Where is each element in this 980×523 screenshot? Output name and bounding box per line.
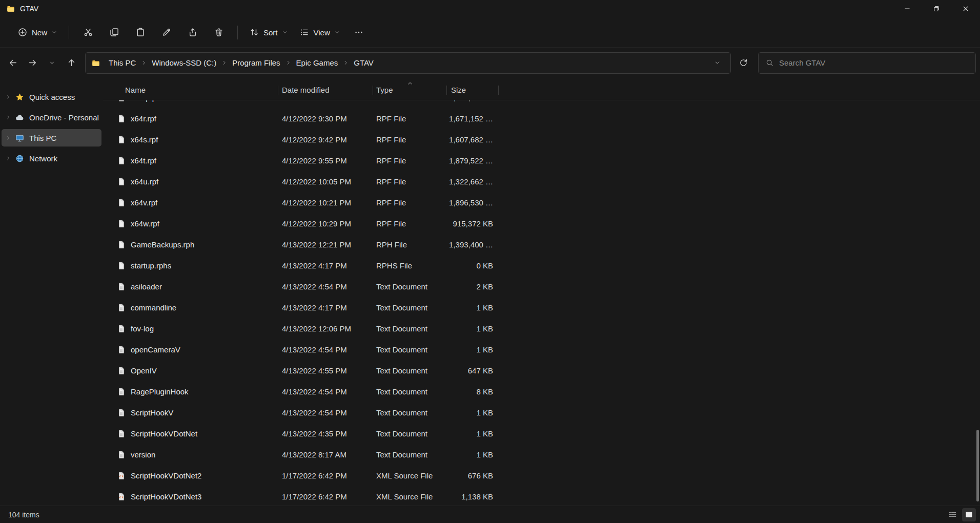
window-title: GTAV bbox=[20, 5, 38, 13]
recent-locations-button[interactable] bbox=[42, 53, 62, 73]
file-size: 2,757,436 … bbox=[447, 100, 499, 102]
view-button[interactable]: View bbox=[294, 22, 345, 43]
breadcrumb-item[interactable]: Program Files bbox=[228, 56, 284, 70]
table-row[interactable]: x64t.rpf4/12/2022 9:55 PMRPF File1,879,5… bbox=[103, 150, 980, 171]
table-row[interactable]: asiloader4/13/2022 4:54 PMText Document2… bbox=[103, 276, 980, 297]
file-size: 1,671,152 … bbox=[447, 114, 499, 123]
chevron-right-icon[interactable] bbox=[6, 156, 11, 161]
table-row[interactable]: x64w.rpf4/12/2022 10:29 PMRPF File915,37… bbox=[103, 213, 980, 234]
file-name: x64q.rpf bbox=[131, 100, 158, 102]
details-view-button[interactable] bbox=[946, 508, 959, 521]
file-type: Text Document bbox=[373, 366, 447, 375]
delete-button[interactable] bbox=[206, 22, 231, 43]
content-pane: Name Date modified Type Size x64q.rpf4/1… bbox=[103, 80, 980, 506]
file-date-modified: 4/12/2022 9:17 PM bbox=[278, 100, 373, 102]
file-name: x64r.rpf bbox=[131, 114, 156, 123]
new-button[interactable]: New bbox=[12, 22, 63, 43]
file-name: openCameraV bbox=[131, 345, 180, 354]
more-options-button[interactable] bbox=[346, 22, 372, 43]
breadcrumb-item[interactable]: GTAV bbox=[349, 56, 378, 70]
address-dropdown-button[interactable] bbox=[710, 56, 724, 70]
table-row[interactable]: version4/13/2022 8:17 AMText Document1 K… bbox=[103, 444, 980, 465]
chevron-down-icon bbox=[52, 30, 57, 35]
file-type: RPF File bbox=[373, 177, 447, 186]
table-row[interactable]: x64q.rpf4/12/2022 9:17 PMRPF File2,757,4… bbox=[103, 100, 980, 108]
table-row[interactable]: OpenIV4/13/2022 4:55 PMText Document647 … bbox=[103, 360, 980, 381]
share-button[interactable] bbox=[180, 22, 205, 43]
file-date-modified: 4/13/2022 4:17 PM bbox=[278, 303, 373, 312]
more-options-icon bbox=[354, 28, 363, 37]
table-row[interactable]: x64s.rpf4/12/2022 9:42 PMRPF File1,607,6… bbox=[103, 129, 980, 150]
table-row[interactable]: openCameraV4/13/2022 4:54 PMText Documen… bbox=[103, 339, 980, 360]
search-box bbox=[758, 52, 976, 74]
file-size: 8 KB bbox=[447, 387, 499, 396]
file-date-modified: 4/13/2022 12:06 PM bbox=[278, 324, 373, 333]
file-date-modified: 4/12/2022 9:42 PM bbox=[278, 135, 373, 144]
rename-button[interactable] bbox=[154, 22, 179, 43]
file-size: 1,138 KB bbox=[447, 492, 499, 501]
breadcrumb-item[interactable]: This PC bbox=[104, 56, 140, 70]
table-row[interactable]: commandline4/13/2022 4:17 PMText Documen… bbox=[103, 297, 980, 318]
file-name: GameBackups.rph bbox=[131, 240, 194, 249]
column-header-date-modified[interactable]: Date modified bbox=[278, 80, 373, 100]
paste-button[interactable] bbox=[128, 22, 153, 43]
sidebar-item-network[interactable]: Network bbox=[2, 150, 101, 167]
column-header-name[interactable]: Name bbox=[103, 80, 278, 100]
maximize-restore-button[interactable] bbox=[922, 0, 951, 17]
copy-button[interactable] bbox=[101, 22, 127, 43]
sort-button[interactable]: Sort bbox=[244, 22, 293, 43]
cut-button[interactable] bbox=[75, 22, 100, 43]
thumbnail-view-button[interactable] bbox=[962, 508, 976, 521]
text-file-icon bbox=[117, 429, 126, 438]
breadcrumb-item[interactable]: Epic Games bbox=[292, 56, 343, 70]
chevron-right-icon[interactable] bbox=[6, 115, 11, 120]
command-bar: New Sort View bbox=[0, 17, 980, 48]
chevron-down-icon bbox=[714, 60, 720, 66]
table-row[interactable]: x64u.rpf4/12/2022 10:05 PMRPF File1,322,… bbox=[103, 171, 980, 192]
table-row[interactable]: ScriptHookVDotNet4/13/2022 4:35 PMText D… bbox=[103, 423, 980, 444]
main-area: Quick accessOneDrive - PersonalThis PCNe… bbox=[0, 80, 980, 506]
table-row[interactable]: GameBackups.rph4/13/2022 12:21 PMRPH Fil… bbox=[103, 234, 980, 255]
chevron-right-icon[interactable] bbox=[6, 94, 11, 99]
sidebar-item-onedrive-personal[interactable]: OneDrive - Personal bbox=[2, 109, 101, 126]
file-date-modified: 4/12/2022 9:55 PM bbox=[278, 156, 373, 165]
vertical-scrollbar-thumb[interactable] bbox=[976, 430, 979, 501]
file-size: 1 KB bbox=[447, 429, 499, 438]
toolbar-divider bbox=[69, 26, 69, 39]
table-row[interactable]: ScriptHookV4/13/2022 4:54 PMText Documen… bbox=[103, 402, 980, 423]
file-size: 915,372 KB bbox=[447, 219, 499, 228]
sidebar-item-this-pc[interactable]: This PC bbox=[2, 129, 101, 147]
minimize-button[interactable] bbox=[892, 0, 922, 17]
column-header-filler bbox=[499, 80, 980, 100]
close-button[interactable] bbox=[951, 0, 980, 17]
table-row[interactable]: fov-log4/13/2022 12:06 PMText Document1 … bbox=[103, 318, 980, 339]
search-input[interactable] bbox=[779, 58, 968, 67]
breadcrumb-item[interactable]: Windows-SSD (C:) bbox=[147, 56, 221, 70]
toolbar-divider bbox=[237, 26, 238, 39]
file-date-modified: 4/12/2022 10:29 PM bbox=[278, 219, 373, 228]
table-row[interactable]: x64r.rpf4/12/2022 9:30 PMRPF File1,671,1… bbox=[103, 108, 980, 129]
chevron-down-icon bbox=[49, 60, 55, 66]
file-date-modified: 4/13/2022 12:21 PM bbox=[278, 240, 373, 249]
table-row[interactable]: RagePluginHook4/13/2022 4:54 PMText Docu… bbox=[103, 381, 980, 402]
forward-button[interactable] bbox=[23, 53, 42, 73]
file-name: ScriptHookV bbox=[131, 408, 173, 417]
table-row[interactable]: ScriptHookVDotNet21/17/2022 6:42 PMXML S… bbox=[103, 465, 980, 486]
breadcrumb-separator-icon bbox=[285, 60, 291, 66]
table-row[interactable]: x64v.rpf4/12/2022 10:21 PMRPF File1,896,… bbox=[103, 192, 980, 213]
chevron-down-icon bbox=[282, 30, 288, 35]
sidebar-item-quick-access[interactable]: Quick access bbox=[2, 88, 101, 106]
table-row[interactable]: ScriptHookVDotNet31/17/2022 6:42 PMXML S… bbox=[103, 486, 980, 506]
column-header-type[interactable]: Type bbox=[373, 80, 447, 100]
column-header-size[interactable]: Size bbox=[447, 80, 499, 100]
table-row[interactable]: startup.rphs4/13/2022 4:17 PMRPHS File0 … bbox=[103, 255, 980, 276]
file-type: RPF File bbox=[373, 100, 447, 102]
refresh-button[interactable] bbox=[733, 53, 753, 73]
back-button[interactable] bbox=[3, 53, 23, 73]
chevron-right-icon[interactable] bbox=[6, 135, 11, 140]
file-name: ScriptHookVDotNet3 bbox=[131, 492, 201, 501]
address-bar[interactable]: This PCWindows-SSD (C:)Program FilesEpic… bbox=[85, 52, 731, 74]
star-icon bbox=[15, 93, 24, 101]
file-date-modified: 4/12/2022 10:05 PM bbox=[278, 177, 373, 186]
up-button[interactable] bbox=[62, 53, 81, 73]
